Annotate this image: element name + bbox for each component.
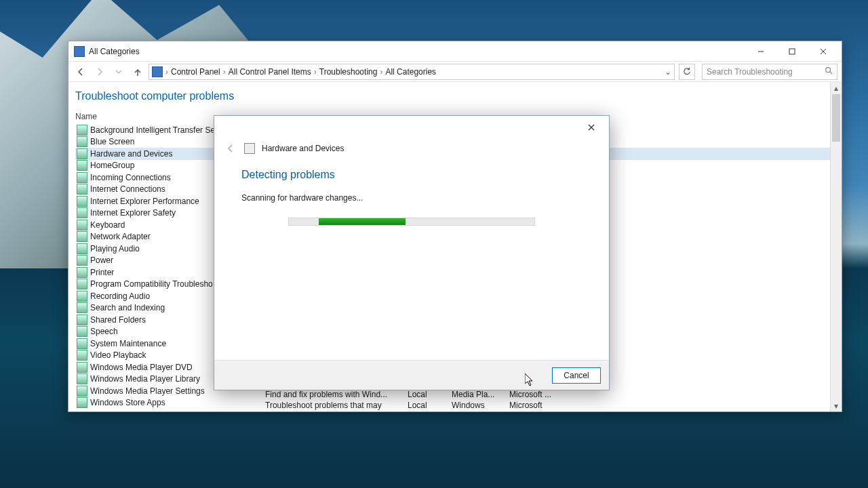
list-item-label: Playing Audio <box>90 244 140 253</box>
svg-point-5 <box>826 68 831 73</box>
list-item-label: HomeGroup <box>90 161 134 170</box>
svg-line-6 <box>830 72 832 74</box>
svg-rect-1 <box>789 49 795 54</box>
troubleshooter-dialog: Hardware and Devices Detecting problems … <box>214 115 610 390</box>
detail-pub: Microsoft ... <box>509 390 564 399</box>
list-item-label: Background Intelligent Transfer Se <box>90 125 215 135</box>
troubleshooter-icon <box>77 136 87 147</box>
list-item-label: Shared Folders <box>90 315 146 325</box>
nav-forward-button[interactable] <box>92 64 108 80</box>
nav-back-button[interactable] <box>73 64 89 80</box>
list-item-label: Program Compatibility Troublesho <box>90 279 213 289</box>
list-item-label: Internet Connections <box>90 184 165 194</box>
troubleshooter-icon <box>77 291 87 302</box>
detail-pub: Microsoft <box>509 401 564 410</box>
search-icon <box>825 66 833 77</box>
detail-desc: Troubleshoot problems that may <box>265 401 408 410</box>
titlebar: All Categories <box>68 41 842 62</box>
dialog-message: Scanning for hardware changes... <box>241 193 582 203</box>
troubleshooter-icon <box>77 314 87 325</box>
troubleshooter-icon <box>77 326 87 337</box>
list-item-label: Video Playback <box>90 350 146 360</box>
window-title: All Categories <box>89 47 745 56</box>
progress-bar <box>288 218 535 226</box>
troubleshooter-icon <box>77 207 87 218</box>
list-item-label: Windows Media Player Library <box>90 374 200 384</box>
breadcrumb[interactable]: Control Panel <box>171 67 220 77</box>
detail-rows: Find and fix problems with Wind... Local… <box>265 390 564 410</box>
scroll-up-icon[interactable]: ▴ <box>831 82 842 94</box>
dialog-header: Hardware and Devices <box>214 139 609 162</box>
list-item-label: Windows Media Player DVD <box>90 363 193 372</box>
list-item-label: Search and Indexing <box>90 303 165 312</box>
chevron-right-icon: › <box>223 67 226 77</box>
detail-loc: Local <box>408 390 452 399</box>
chevron-right-icon: › <box>314 67 317 77</box>
nav-up-button[interactable] <box>130 64 146 80</box>
list-item-label: Incoming Connections <box>90 173 171 182</box>
vertical-scrollbar[interactable]: ▴ ▾ <box>830 82 842 411</box>
cancel-button[interactable]: Cancel <box>552 367 601 384</box>
list-item-label: Internet Explorer Performance <box>90 197 199 206</box>
chevron-right-icon: › <box>380 67 382 77</box>
troubleshooter-icon <box>77 125 87 136</box>
refresh-button[interactable] <box>679 64 695 80</box>
dialog-titlebar <box>214 116 609 139</box>
maximize-button[interactable] <box>776 42 808 61</box>
dialog-close-button[interactable] <box>578 118 605 137</box>
nav-recent-button[interactable] <box>111 64 127 80</box>
window-controls <box>745 42 839 61</box>
troubleshooter-icon <box>77 220 87 230</box>
breadcrumb[interactable]: All Control Panel Items <box>229 67 311 77</box>
list-item-label: Internet Explorer Safety <box>90 208 176 218</box>
dialog-icon <box>244 143 255 154</box>
progress-fill <box>319 218 406 225</box>
chevron-right-icon: › <box>165 67 168 77</box>
troubleshooter-icon <box>77 160 87 171</box>
close-button[interactable] <box>808 42 839 61</box>
breadcrumb[interactable]: Troubleshooting <box>319 67 378 77</box>
troubleshooter-icon <box>77 350 87 361</box>
detail-cat: Media Pla... <box>452 390 509 399</box>
troubleshooter-icon <box>77 362 87 373</box>
troubleshooter-icon <box>77 279 87 289</box>
dialog-name: Hardware and Devices <box>262 144 344 153</box>
list-item-label: Recording Audio <box>90 291 150 301</box>
list-item-label: Blue Screen <box>90 137 134 146</box>
troubleshooter-icon <box>77 255 87 266</box>
list-item-label: Windows Store Apps <box>90 398 165 407</box>
app-icon <box>74 46 85 57</box>
troubleshooter-icon <box>77 267 87 278</box>
address-bar[interactable]: › Control Panel › All Control Panel Item… <box>149 64 675 80</box>
troubleshooter-icon <box>77 172 87 183</box>
troubleshooter-icon <box>77 184 87 195</box>
list-item-label: Windows Media Player Settings <box>90 386 205 396</box>
troubleshooter-icon <box>77 302 87 313</box>
list-item-label: Hardware and Devices <box>90 149 172 159</box>
address-icon <box>152 66 163 77</box>
breadcrumb[interactable]: All Categories <box>385 67 436 77</box>
list-item-label: Printer <box>90 268 114 277</box>
page-title: Troubleshoot computer problems <box>75 90 835 102</box>
minimize-button[interactable] <box>745 42 776 61</box>
troubleshooter-icon <box>77 243 87 254</box>
list-item-label: System Maintenance <box>90 339 166 348</box>
dialog-back-button[interactable] <box>224 142 237 155</box>
search-input[interactable]: Search Troubleshooting <box>702 64 837 80</box>
navbar: › Control Panel › All Control Panel Item… <box>68 62 842 82</box>
scroll-down-icon[interactable]: ▾ <box>831 400 842 411</box>
list-item-label: Network Adapter <box>90 232 151 241</box>
dialog-body: Detecting problems Scanning for hardware… <box>214 162 609 360</box>
scroll-thumb[interactable] <box>832 94 840 142</box>
troubleshooter-icon <box>77 373 87 384</box>
search-placeholder: Search Troubleshooting <box>707 67 793 77</box>
troubleshooter-icon <box>77 397 87 408</box>
dialog-footer: Cancel <box>214 360 609 390</box>
troubleshooter-icon <box>77 338 87 349</box>
list-item-label: Keyboard <box>90 220 125 230</box>
chevron-down-icon[interactable]: ⌄ <box>665 67 671 77</box>
troubleshooter-icon <box>77 148 87 159</box>
list-item-label: Power <box>90 256 113 265</box>
detail-desc: Find and fix problems with Wind... <box>265 390 408 399</box>
troubleshooter-icon <box>77 386 87 396</box>
